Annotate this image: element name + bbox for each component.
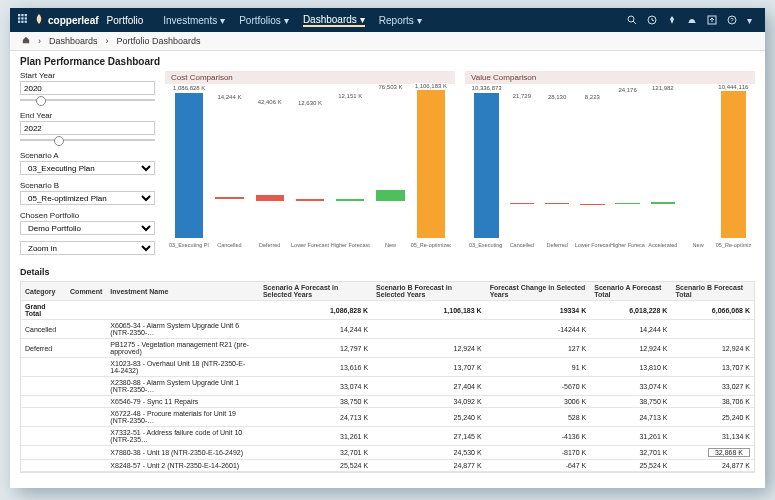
svg-rect-8 <box>25 21 27 23</box>
breadcrumb-item[interactable]: Dashboards <box>49 36 98 46</box>
svg-text:?: ? <box>730 17 734 23</box>
svg-rect-4 <box>21 17 23 19</box>
table-row[interactable]: X1023-83 - Overhaul Unit 18 (NTR-2350-E-… <box>21 358 754 377</box>
nav-reports[interactable]: Reports▾ <box>379 14 422 27</box>
svg-line-10 <box>633 21 636 24</box>
chart-title: Cost Comparison <box>165 71 455 84</box>
table-row[interactable]: X2380-88 - Alarm System Upgrade Unit 1 (… <box>21 377 754 396</box>
home-icon[interactable] <box>22 36 30 46</box>
details-table: Category Comment Investment Name Scenari… <box>20 281 755 473</box>
breadcrumb: › Dashboards › Portfolio Dashboards <box>10 32 765 51</box>
chevron-down-icon: ▾ <box>417 15 422 26</box>
details-title: Details <box>20 267 755 277</box>
user-chevron-icon[interactable]: ▾ <box>747 15 757 25</box>
start-year-slider[interactable] <box>20 95 155 105</box>
nav-menu: Investments▾ Portfolios▾ Dashboards▾ Rep… <box>163 14 422 27</box>
table-row[interactable]: Grand Total1,086,828 K1,106,183 K19334 K… <box>21 301 754 320</box>
th-chg[interactable]: Forecast Change in Selected Years <box>486 282 591 301</box>
brand-logo[interactable]: copperleaf Portfolio <box>34 14 143 26</box>
share-icon[interactable] <box>707 15 717 25</box>
table-row[interactable]: X7880-38 - Unit 18 (NTR-2350-E-16-2492)3… <box>21 446 754 460</box>
nav-portfolios[interactable]: Portfolios▾ <box>239 14 289 27</box>
topbar: copperleaf Portfolio Investments▾ Portfo… <box>10 8 765 32</box>
table-row[interactable]: X6722-48 - Procure materials for Unit 19… <box>21 408 754 427</box>
th-sa-sel[interactable]: Scenario A Forecast in Selected Years <box>259 282 372 301</box>
start-year-input[interactable] <box>20 81 155 95</box>
svg-rect-7 <box>21 21 23 23</box>
table-row[interactable]: DeferredPB1275 - Vegetation management R… <box>21 339 754 358</box>
end-year-label: End Year <box>20 111 155 120</box>
th-name[interactable]: Investment Name <box>106 282 259 301</box>
bell-icon[interactable] <box>687 15 697 25</box>
chevron-down-icon: ▾ <box>284 15 289 26</box>
cost-comparison-chart: Cost Comparison 1,086,828 K 14,244 K 42,… <box>165 71 455 252</box>
leaf-icon <box>34 14 44 26</box>
table-row[interactable]: X6546-79 - Sync 11 Repairs38,750 K34,092… <box>21 396 754 408</box>
chevron-down-icon: ▾ <box>360 14 365 25</box>
apps-icon[interactable] <box>18 14 28 26</box>
table-row[interactable]: CancelledX6065-34 - Alarm System Upgrade… <box>21 320 754 339</box>
table-row[interactable]: X7332-51 - Address failure code of Unit … <box>21 427 754 446</box>
history-icon[interactable] <box>647 15 657 25</box>
th-comment[interactable]: Comment <box>66 282 106 301</box>
th-sb-tot[interactable]: Scenario B Forecast Total <box>671 282 754 301</box>
scenario-b-select[interactable]: 05_Re-optimized Plan <box>20 191 155 205</box>
search-icon[interactable] <box>627 15 637 25</box>
scenario-b-label: Scenario B <box>20 181 155 190</box>
page-title: Plan Performance Dashboard <box>20 56 755 67</box>
svg-rect-0 <box>18 14 20 16</box>
pin-icon[interactable] <box>667 15 677 25</box>
brand-name: copperleaf <box>48 15 99 26</box>
scenario-a-label: Scenario A <box>20 151 155 160</box>
help-icon[interactable]: ? <box>727 15 737 25</box>
scenario-a-select[interactable]: 03_Executing Plan <box>20 161 155 175</box>
th-sb-sel[interactable]: Scenario B Forecast in Selected Years <box>372 282 486 301</box>
th-category[interactable]: Category <box>21 282 66 301</box>
nav-dashboards[interactable]: Dashboards▾ <box>303 14 365 27</box>
th-sa-tot[interactable]: Scenario A Forecast Total <box>590 282 671 301</box>
portfolio-label: Chosen Portfolio <box>20 211 155 220</box>
end-year-slider[interactable] <box>20 135 155 145</box>
nav-investments[interactable]: Investments▾ <box>163 14 225 27</box>
svg-rect-6 <box>18 21 20 23</box>
zoom-select[interactable]: Zoom in <box>20 241 155 255</box>
breadcrumb-sep: › <box>38 36 41 46</box>
breadcrumb-item[interactable]: Portfolio Dashboards <box>117 36 201 46</box>
chevron-down-icon: ▾ <box>220 15 225 26</box>
filters-panel: Start Year End Year Scenario A 03_Execut… <box>20 71 155 255</box>
table-row[interactable]: X8248-57 - Unit 2 (NTR-2350-E-14-2601)25… <box>21 460 754 472</box>
svg-rect-3 <box>18 17 20 19</box>
chart-title: Value Comparison <box>465 71 755 84</box>
value-comparison-chart: Value Comparison 10,336,873 21,729 28,13… <box>465 71 755 252</box>
svg-rect-2 <box>25 14 27 16</box>
svg-rect-1 <box>21 14 23 16</box>
svg-rect-5 <box>25 17 27 19</box>
breadcrumb-sep: › <box>106 36 109 46</box>
start-year-label: Start Year <box>20 71 155 80</box>
portfolio-select[interactable]: Demo Portfolio <box>20 221 155 235</box>
product-name: Portfolio <box>107 15 144 26</box>
end-year-input[interactable] <box>20 121 155 135</box>
